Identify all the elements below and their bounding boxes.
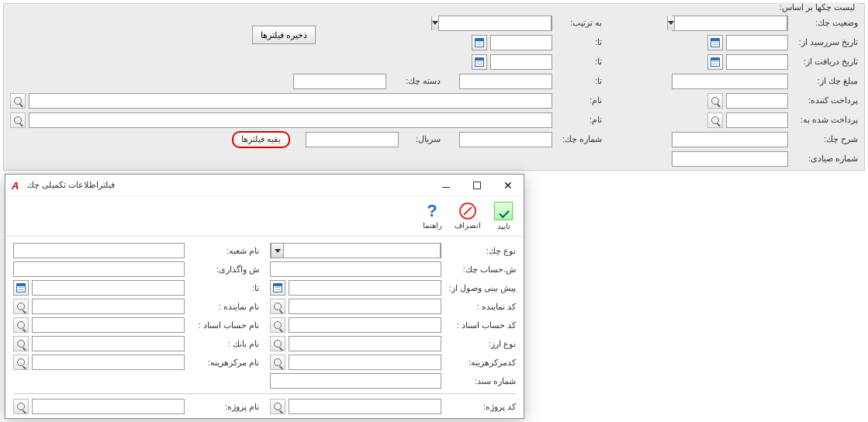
doc-acc-name-input[interactable] (32, 317, 185, 333)
recv-date-to-input[interactable] (490, 54, 552, 70)
forecast-to-picker[interactable] (13, 280, 29, 296)
payer-name-input[interactable] (29, 93, 552, 109)
check-no-input[interactable] (459, 132, 552, 147)
doc-acc-code-lookup[interactable] (270, 317, 285, 333)
check-status-combo[interactable] (672, 16, 788, 31)
rep-name-input[interactable] (32, 299, 185, 314)
label-order-by: به ترتیب: (555, 18, 602, 28)
payer-name-lookup[interactable] (10, 93, 26, 109)
cost-center-name-lookup[interactable] (13, 355, 29, 370)
forecast-from-picker[interactable] (270, 280, 285, 296)
cost-center-code-input[interactable] (289, 355, 441, 370)
check-desc-input[interactable] (672, 132, 788, 147)
filters-grid: وضعیت چك: به ترتیب: تاریخ سررسید از: (10, 13, 858, 168)
payer-input[interactable] (726, 93, 788, 109)
help-button[interactable]: ? راهنما (417, 198, 448, 234)
check-type-combo[interactable] (270, 243, 441, 258)
check-status-input[interactable] (674, 16, 787, 31)
calendar-icon (475, 38, 484, 47)
currency-lookup[interactable] (270, 336, 285, 351)
close-button[interactable]: ✕ (493, 175, 524, 196)
rep-name-lookup[interactable] (13, 299, 29, 314)
label-checkbook: دسته چك: (389, 76, 441, 86)
due-date-to-input[interactable] (490, 35, 552, 50)
due-date-to-picker[interactable] (472, 35, 487, 50)
doc-acc-name-lookup[interactable] (13, 317, 29, 333)
recv-date-from-input[interactable] (726, 54, 788, 70)
panel-title: لیست چکها بر اساس: (776, 2, 858, 12)
label-project-code: کد پروژه: (444, 402, 516, 412)
label-cost-center-code: کدمرکزهزینه: (444, 358, 516, 368)
paid-to-name-input[interactable] (29, 112, 552, 128)
check-type-input[interactable] (283, 243, 441, 258)
calendar-icon (16, 283, 26, 292)
more-filters-button[interactable]: بقیه فیلترها (232, 131, 290, 148)
amount-from-input[interactable] (672, 74, 788, 89)
save-filters-button[interactable]: ذخیره فیلترها (252, 26, 316, 44)
cancel-button[interactable]: انصراف (452, 198, 483, 234)
forecast-from-input[interactable] (289, 280, 441, 296)
serial-input[interactable] (306, 132, 399, 147)
help-label: راهنما (423, 221, 442, 230)
branch-name-input[interactable] (13, 243, 185, 258)
paid-to-name-lookup[interactable] (10, 112, 26, 128)
save-filters-label: ذخیره فیلترها (261, 30, 307, 40)
check-type-dropdown-btn[interactable] (271, 244, 283, 258)
order-by-combo[interactable] (451, 16, 552, 31)
payer-lookup[interactable] (707, 93, 723, 109)
label-bank-name: نام بانك : (188, 339, 259, 349)
label-acc-check-no: ش.حساب چك: (444, 265, 516, 275)
confirm-button[interactable]: تایید (488, 198, 519, 234)
forecast-to-input[interactable] (32, 280, 185, 296)
label-cost-center-name: نام مرکزهزینه: (188, 358, 259, 368)
cost-center-name-input[interactable] (32, 355, 185, 370)
bank-name-input[interactable] (32, 336, 185, 351)
help-icon: ? (424, 202, 441, 220)
currency-input[interactable] (289, 336, 441, 351)
check-status-dropdown-btn[interactable] (667, 16, 674, 30)
amount-to-input[interactable] (459, 74, 552, 89)
label-doc-no: شماره سند: (444, 376, 516, 386)
recv-date-from-picker[interactable] (707, 54, 723, 70)
confirm-icon (494, 202, 513, 220)
rep-code-input[interactable] (289, 299, 441, 314)
project-name-lookup[interactable] (13, 399, 29, 414)
acc-check-no-input[interactable] (270, 261, 441, 277)
cancel-label: انصراف (455, 221, 481, 230)
label-serial: سریال: (402, 134, 441, 144)
due-date-from-picker[interactable] (707, 35, 723, 50)
dialog-title: فیلتراطلاعات تکمیلی چك (27, 180, 115, 190)
label-rep-code: کد نماینده : (444, 302, 516, 312)
search-icon (274, 340, 282, 348)
rep-code-lookup[interactable] (270, 299, 285, 314)
search-icon (274, 403, 282, 410)
label-doc-acc-name: نام حساب اسناد : (188, 320, 259, 330)
order-by-input[interactable] (438, 16, 552, 31)
search-icon (274, 321, 282, 329)
paid-to-lookup[interactable] (707, 112, 723, 128)
maximize-button[interactable] (462, 175, 493, 196)
cost-center-code-lookup[interactable] (270, 355, 285, 370)
paid-to-input[interactable] (726, 112, 788, 128)
doc-acc-code-input[interactable] (289, 317, 441, 333)
project-code-lookup[interactable] (270, 399, 285, 414)
minimize-button[interactable] (431, 175, 462, 196)
checkbook-input[interactable] (293, 74, 386, 89)
recv-date-to-picker[interactable] (472, 54, 487, 70)
label-doc-acc-code: کد حساب اسناد : (444, 320, 516, 330)
maximize-icon (473, 182, 481, 189)
vaguzari-input[interactable] (13, 261, 185, 277)
due-date-from-input[interactable] (726, 35, 788, 50)
sayadi-no-input[interactable] (672, 151, 788, 167)
project-code-input[interactable] (289, 399, 441, 414)
label-payer: پرداخت کننده: (791, 95, 858, 106)
confirm-label: تایید (497, 222, 510, 230)
minimize-icon (442, 187, 450, 188)
label-check-no: شماره چك: (555, 134, 602, 144)
project-name-input[interactable] (32, 399, 185, 414)
doc-no-input[interactable] (270, 373, 441, 389)
search-icon (711, 97, 719, 105)
bank-name-lookup[interactable] (13, 336, 29, 351)
dialog-titlebar: A فیلتراطلاعات تکمیلی چك ✕ (5, 175, 524, 196)
order-by-dropdown-btn[interactable] (431, 16, 438, 30)
